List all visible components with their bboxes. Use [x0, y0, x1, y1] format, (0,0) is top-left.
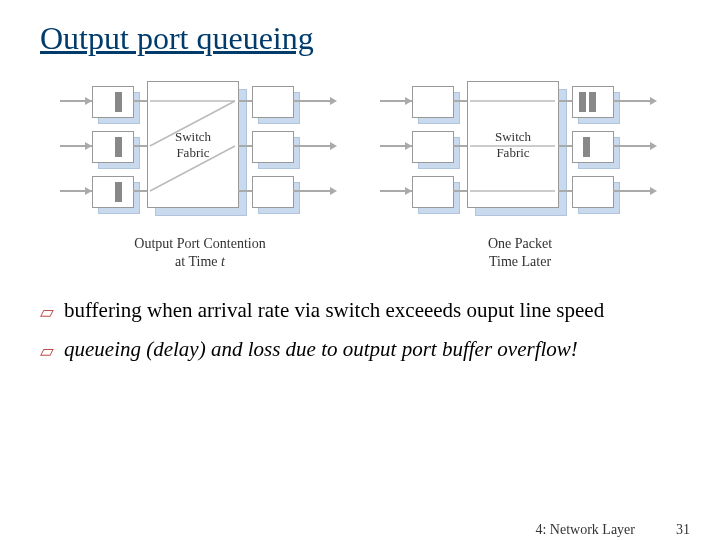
output-port — [252, 86, 294, 118]
output-port — [572, 86, 614, 118]
switch-fabric-right: Switch Fabric — [467, 81, 559, 208]
input-port — [92, 131, 134, 163]
caption-left: Output Port Contention at Time t — [60, 235, 340, 271]
bullet-list: ▱ buffering when arrival rate via switch… — [40, 296, 680, 363]
input-port — [412, 86, 454, 118]
bullet-item: ▱ queueing (delay) and loss due to outpu… — [40, 335, 680, 363]
output-port — [572, 131, 614, 163]
bullet-text: buffering when arrival rate via switch e… — [64, 296, 604, 324]
diagram-row: Switch Fabric — [40, 77, 680, 271]
output-port — [252, 131, 294, 163]
bullet-marker-icon: ▱ — [40, 300, 54, 324]
input-port — [412, 176, 454, 208]
fabric-label: Switch Fabric — [175, 129, 211, 160]
input-port — [412, 131, 454, 163]
input-port — [92, 176, 134, 208]
footer-page-number: 31 — [676, 522, 690, 538]
output-port — [572, 176, 614, 208]
bullet-text: queueing (delay) and loss due to output … — [64, 335, 578, 363]
bullet-marker-icon: ▱ — [40, 339, 54, 363]
input-port — [92, 86, 134, 118]
output-port — [252, 176, 294, 208]
caption-right: One Packet Time Later — [380, 235, 660, 271]
switch-fabric-left: Switch Fabric — [147, 81, 239, 208]
bullet-item: ▱ buffering when arrival rate via switch… — [40, 296, 680, 324]
footer-chapter: 4: Network Layer — [535, 522, 635, 538]
diagram-right: Switch Fabric — [380, 77, 660, 271]
slide-title: Output port queueing — [40, 20, 680, 57]
diagram-left: Switch Fabric — [60, 77, 340, 271]
fabric-label: Switch Fabric — [495, 129, 531, 160]
